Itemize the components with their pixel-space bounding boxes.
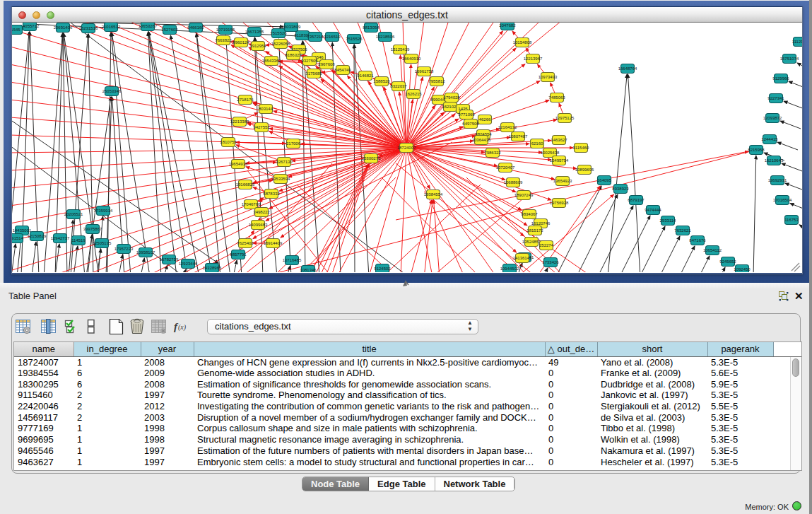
svg-text:12975125: 12975125	[555, 116, 575, 120]
svg-text:7357214: 7357214	[307, 35, 324, 39]
svg-text:19384554: 19384554	[424, 192, 443, 197]
svg-text:10025438: 10025438	[541, 151, 560, 155]
svg-text:39975867: 39975867	[83, 227, 102, 231]
svg-text:6794028: 6794028	[443, 95, 460, 100]
svg-text:7955812: 7955812	[428, 79, 445, 83]
svg-text:15751074: 15751074	[780, 57, 799, 61]
svg-text:9834067: 9834067	[521, 212, 538, 216]
svg-text:13533594: 13533594	[271, 177, 290, 181]
svg-text:10653267: 10653267	[139, 24, 158, 28]
svg-text:15495754: 15495754	[550, 158, 569, 163]
svg-text:62160: 62160	[531, 141, 543, 146]
svg-text:12164132: 12164132	[498, 125, 517, 129]
svg-text:8960124: 8960124	[233, 40, 249, 45]
svg-text:16671355: 16671355	[245, 30, 264, 34]
svg-text:16914409: 16914409	[264, 241, 283, 245]
svg-text:9115460: 9115460	[573, 146, 590, 150]
svg-text:2967608: 2967608	[318, 62, 335, 66]
svg-text:9129966: 9129966	[772, 76, 789, 81]
svg-text:8454749: 8454749	[334, 68, 351, 72]
svg-text:9146821: 9146821	[357, 74, 374, 78]
svg-text:10958107: 10958107	[136, 250, 155, 255]
svg-text:1092450: 1092450	[734, 267, 751, 271]
svg-text:16543362: 16543362	[262, 59, 281, 63]
svg-text:19166825: 19166825	[236, 182, 255, 187]
svg-text:2718176: 2718176	[237, 98, 254, 102]
svg-text:7663822: 7663822	[215, 38, 232, 42]
svg-text:3498222: 3498222	[253, 210, 270, 214]
svg-text:1626215: 1626215	[405, 92, 422, 96]
svg-text:26053346: 26053346	[102, 89, 122, 93]
svg-text:14055712: 14055712	[20, 24, 40, 28]
svg-text:(x): (x)	[178, 323, 187, 332]
svg-text:17046766: 17046766	[242, 202, 261, 206]
svg-text:3175685: 3175685	[305, 71, 322, 76]
svg-text:13716485: 13716485	[283, 258, 302, 262]
svg-text:1733426: 1733426	[542, 260, 559, 264]
svg-text:12213967: 12213967	[524, 57, 543, 61]
svg-text:16648764: 16648764	[618, 66, 637, 71]
svg-text:14136141: 14136141	[513, 256, 532, 260]
svg-text:17016504: 17016504	[773, 198, 792, 202]
svg-text:9327505: 9327505	[301, 59, 318, 63]
svg-text:16033809: 16033809	[282, 25, 301, 29]
svg-text:9857791: 9857791	[230, 252, 247, 257]
svg-text:16640910: 16640910	[402, 57, 421, 61]
svg-text:8813054: 8813054	[363, 25, 379, 30]
svg-text:9216510: 9216510	[324, 35, 341, 39]
svg-text:9124502: 9124502	[374, 267, 391, 271]
svg-text:9245652: 9245652	[719, 259, 736, 264]
svg-text:10719155: 10719155	[216, 28, 235, 32]
svg-text:10899695: 10899695	[575, 168, 594, 172]
svg-text:7515526: 7515526	[346, 37, 363, 41]
svg-text:20206521: 20206521	[64, 212, 83, 216]
svg-text:7632621: 7632621	[674, 228, 691, 233]
svg-text:14328965: 14328965	[203, 266, 222, 270]
svg-text:16231516: 16231516	[79, 26, 98, 30]
svg-text:9474444: 9474444	[645, 208, 661, 212]
svg-text:18907249: 18907249	[514, 193, 534, 197]
svg-text:15226058: 15226058	[271, 42, 290, 46]
svg-text:1463627: 1463627	[551, 138, 567, 142]
svg-text:2933114: 2933114	[660, 218, 677, 223]
svg-text:16961758: 16961758	[415, 69, 434, 74]
svg-text:3267130: 3267130	[276, 160, 293, 164]
svg-text:12150829: 12150829	[28, 234, 47, 238]
svg-text:7986322: 7986322	[484, 151, 501, 155]
svg-text:8938923: 8938923	[612, 187, 629, 191]
svg-text:8471676: 8471676	[689, 238, 706, 243]
svg-text:16210643: 16210643	[765, 158, 784, 163]
svg-text:1810755: 1810755	[220, 140, 237, 144]
svg-text:10944502: 10944502	[500, 267, 519, 271]
svg-text:8215958: 8215958	[748, 148, 765, 152]
svg-text:12093872: 12093872	[763, 116, 782, 120]
svg-text:7485063: 7485063	[548, 95, 565, 100]
svg-text:10154808: 10154808	[513, 40, 532, 45]
svg-text:5878332: 5878332	[263, 192, 280, 196]
svg-text:6466160: 6466160	[187, 25, 204, 30]
svg-text:114519: 114519	[71, 238, 86, 243]
svg-text:12213383: 12213383	[230, 119, 249, 124]
svg-text:16120746: 16120746	[531, 221, 551, 226]
svg-text:19218506: 19218506	[376, 35, 395, 39]
svg-text:2047682: 2047682	[499, 23, 516, 28]
svg-text:12923446: 12923446	[179, 262, 198, 266]
svg-text:21016512: 21016512	[102, 25, 121, 29]
svg-text:12505135: 12505135	[93, 241, 112, 245]
svg-text:10973493: 10973493	[539, 75, 558, 79]
svg-text:14435001: 14435001	[13, 228, 32, 233]
svg-text:20691406: 20691406	[54, 25, 73, 30]
svg-text:16782759: 16782759	[160, 257, 179, 262]
svg-text:9771069: 9771069	[458, 112, 475, 117]
svg-text:803144: 803144	[259, 107, 273, 111]
svg-text:252274: 252274	[539, 243, 554, 247]
svg-text:1244415: 1244415	[761, 137, 778, 141]
svg-text:13654923: 13654923	[553, 179, 572, 183]
svg-text:10688609: 10688609	[504, 180, 523, 185]
svg-text:17359914: 17359914	[94, 209, 113, 213]
svg-text:1545: 1545	[12, 28, 20, 32]
svg-text:15300275: 15300275	[362, 156, 381, 160]
svg-text:13720407: 13720407	[496, 165, 515, 170]
svg-text:14099483: 14099483	[249, 223, 268, 227]
svg-text:10807487: 10807487	[509, 134, 528, 139]
